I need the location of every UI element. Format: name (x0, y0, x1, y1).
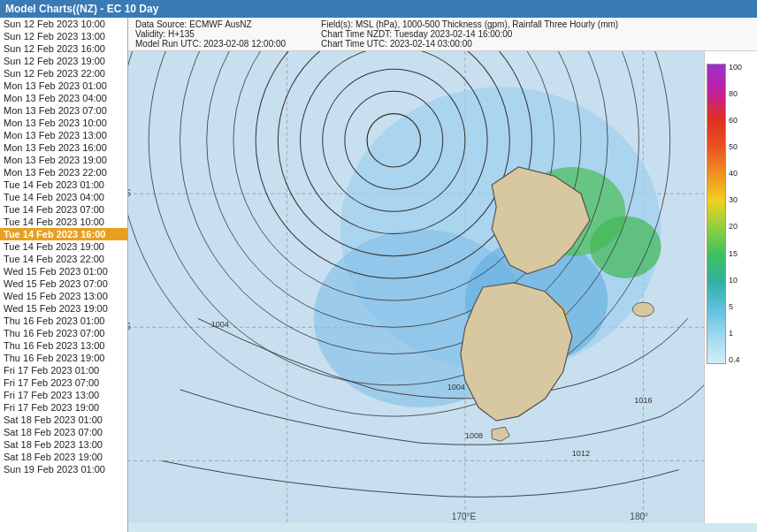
sidebar-item-11[interactable]: Mon 13 Feb 2023 19:00 (0, 154, 127, 166)
sidebar-item-1[interactable]: Sun 12 Feb 2023 13:00 (0, 30, 127, 42)
legend-label-3: 50 (729, 143, 742, 151)
sidebar-item-7[interactable]: Mon 13 Feb 2023 07:00 (0, 104, 127, 117)
title-bar: Model Charts((NZ) - EC 10 Day (0, 0, 757, 18)
map-svg: 1004 1008 1012 1016 1004 39°S 44°S (128, 51, 704, 523)
svg-text:180°: 180° (630, 512, 648, 521)
sidebar-item-22[interactable]: Wed 15 Feb 2023 13:00 (0, 290, 127, 302)
chart-time-utc-label: Chart Time UTC: 2023-02-14 03:00:00 (321, 39, 618, 49)
info-right: Field(s): MSL (hPa), 1000-500 Thickness … (321, 19, 618, 49)
data-source-label: Data Source: ECMWF AusNZ (135, 19, 286, 29)
svg-text:170°E: 170°E (452, 512, 477, 521)
sidebar-item-34[interactable]: Sat 18 Feb 2023 13:00 (0, 438, 127, 451)
sidebar[interactable]: Sun 12 Feb 2023 10:00Sun 12 Feb 2023 13:… (0, 18, 128, 532)
svg-text:1008: 1008 (465, 431, 483, 440)
legend-label-11: 0.4 (729, 356, 742, 364)
sidebar-item-0[interactable]: Sun 12 Feb 2023 10:00 (0, 18, 127, 30)
legend-label-10: 1 (729, 330, 742, 338)
svg-text:1004: 1004 (447, 383, 465, 391)
sidebar-item-24[interactable]: Thu 16 Feb 2023 01:00 (0, 315, 127, 327)
sidebar-item-4[interactable]: Sun 12 Feb 2023 22:00 (0, 67, 127, 80)
sidebar-item-27[interactable]: Thu 16 Feb 2023 19:00 (0, 352, 127, 364)
sidebar-item-8[interactable]: Mon 13 Feb 2023 10:00 (0, 117, 127, 129)
chart-and-legend: 1004 1008 1012 1016 1004 39°S 44°S (128, 51, 757, 523)
legend-label-6: 20 (729, 223, 742, 231)
sidebar-item-21[interactable]: Wed 15 Feb 2023 07:00 (0, 277, 127, 290)
sidebar-item-12[interactable]: Mon 13 Feb 2023 22:00 (0, 166, 127, 179)
legend-label-4: 40 (729, 170, 742, 178)
sidebar-item-32[interactable]: Sat 18 Feb 2023 01:00 (0, 414, 127, 426)
info-left: Data Source: ECMWF AusNZ Validity: H+135… (135, 19, 286, 49)
sidebar-item-26[interactable]: Thu 16 Feb 2023 13:00 (0, 339, 127, 352)
sidebar-item-6[interactable]: Mon 13 Feb 2023 04:00 (0, 92, 127, 104)
legend-label-8: 10 (729, 277, 742, 285)
chart-area: Data Source: ECMWF AusNZ Validity: H+135… (128, 18, 757, 532)
sidebar-item-35[interactable]: Sat 18 Feb 2023 19:00 (0, 451, 127, 463)
sidebar-item-3[interactable]: Sun 12 Feb 2023 19:00 (0, 55, 127, 67)
sidebar-item-9[interactable]: Mon 13 Feb 2023 13:00 (0, 129, 127, 141)
svg-text:1012: 1012 (572, 449, 590, 458)
model-run-label: Model Run UTC: 2023-02-08 12:00:00 (135, 39, 286, 49)
sidebar-item-15[interactable]: Tue 14 Feb 2023 07:00 (0, 203, 127, 216)
svg-point-11 (590, 216, 661, 278)
svg-text:44°S: 44°S (128, 322, 131, 331)
app-title: Model Charts((NZ) - EC 10 Day (5, 3, 158, 15)
svg-text:39°S: 39°S (128, 188, 131, 198)
chart-time-nzdt-label: Chart Time NZDT: Tuesday 2023-02-14 16:0… (321, 29, 618, 39)
legend-label-5: 30 (729, 196, 742, 204)
sidebar-item-31[interactable]: Fri 17 Feb 2023 19:00 (0, 401, 127, 414)
sidebar-item-10[interactable]: Mon 13 Feb 2023 16:00 (0, 141, 127, 154)
main-content: Sun 12 Feb 2023 10:00Sun 12 Feb 2023 13:… (0, 18, 757, 532)
sidebar-item-20[interactable]: Wed 15 Feb 2023 01:00 (0, 265, 127, 277)
validity-label: Validity: H+135 (135, 29, 286, 39)
legend-label-2: 60 (729, 117, 742, 125)
sidebar-item-19[interactable]: Tue 14 Feb 2023 22:00 (0, 253, 127, 265)
legend: 1008060504030201510510.4 (704, 51, 757, 523)
svg-text:1004: 1004 (211, 320, 229, 329)
sidebar-item-18[interactable]: Tue 14 Feb 2023 19:00 (0, 240, 127, 253)
sidebar-item-25[interactable]: Thu 16 Feb 2023 07:00 (0, 327, 127, 339)
chart-info: Data Source: ECMWF AusNZ Validity: H+135… (128, 18, 757, 51)
sidebar-item-5[interactable]: Mon 13 Feb 2023 01:00 (0, 80, 127, 92)
sidebar-item-29[interactable]: Fri 17 Feb 2023 07:00 (0, 376, 127, 389)
sidebar-item-14[interactable]: Tue 14 Feb 2023 04:00 (0, 191, 127, 203)
sidebar-item-23[interactable]: Wed 15 Feb 2023 19:00 (0, 302, 127, 315)
svg-point-31 (632, 302, 654, 316)
chart-map: 1004 1008 1012 1016 1004 39°S 44°S (128, 51, 704, 523)
sidebar-item-36[interactable]: Sun 19 Feb 2023 01:00 (0, 463, 127, 475)
sidebar-item-16[interactable]: Tue 14 Feb 2023 10:00 (0, 216, 127, 228)
legend-label-7: 15 (729, 250, 742, 258)
sidebar-item-30[interactable]: Fri 17 Feb 2023 13:00 (0, 389, 127, 401)
svg-text:1016: 1016 (634, 396, 652, 405)
legend-label-0: 100 (729, 64, 742, 72)
sidebar-item-2[interactable]: Sun 12 Feb 2023 16:00 (0, 42, 127, 55)
legend-label-1: 80 (729, 90, 742, 98)
sidebar-item-28[interactable]: Fri 17 Feb 2023 01:00 (0, 364, 127, 376)
sidebar-item-17[interactable]: Tue 14 Feb 2023 16:00 (0, 228, 127, 240)
sidebar-item-13[interactable]: Tue 14 Feb 2023 01:00 (0, 179, 127, 191)
fields-label: Field(s): MSL (hPa), 1000-500 Thickness … (321, 19, 618, 29)
sidebar-item-33[interactable]: Sat 18 Feb 2023 07:00 (0, 426, 127, 438)
legend-label-9: 5 (729, 303, 742, 311)
